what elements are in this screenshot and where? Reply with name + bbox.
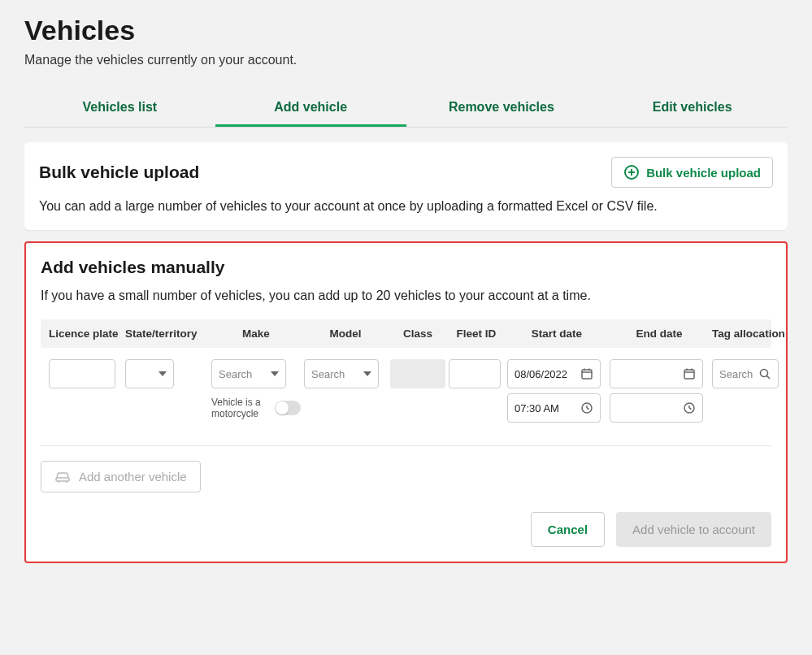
add-another-vehicle-button[interactable]: Add another vehicle	[41, 461, 201, 492]
start-date-input[interactable]: 08/06/2022	[507, 359, 601, 388]
tag-search[interactable]: Search	[712, 359, 779, 388]
calendar-icon	[580, 367, 593, 380]
plus-circle-icon	[623, 164, 640, 180]
chevron-down-icon	[271, 371, 279, 376]
svg-point-21	[66, 481, 67, 483]
class-display	[390, 359, 445, 388]
tab-remove-vehicles[interactable]: Remove vehicles	[406, 90, 597, 127]
page-subtitle: Manage the vehicles currently on your ac…	[24, 53, 788, 67]
car-icon	[54, 471, 71, 484]
state-select[interactable]	[125, 359, 174, 388]
divider	[41, 445, 771, 446]
calendar-icon	[683, 367, 696, 380]
motorcycle-label: Vehicle is a motorcycle	[211, 397, 268, 420]
svg-point-17	[761, 370, 768, 377]
col-model: Model	[304, 328, 387, 340]
svg-line-9	[587, 408, 589, 410]
col-make: Make	[211, 328, 301, 340]
bulk-upload-button[interactable]: Bulk vehicle upload	[611, 157, 773, 188]
search-icon	[758, 367, 771, 380]
bulk-upload-title: Bulk vehicle upload	[39, 163, 199, 182]
svg-rect-19	[56, 478, 69, 481]
table-header: Licence plate State/territory Make Model…	[41, 319, 771, 348]
svg-rect-10	[684, 370, 694, 379]
start-time-input[interactable]: 07:30 AM	[507, 393, 601, 423]
clock-icon	[580, 401, 593, 414]
tabs: Vehicles list Add vehicle Remove vehicle…	[24, 90, 788, 128]
clock-icon	[683, 401, 696, 414]
manual-add-title: Add vehicles manually	[41, 258, 771, 277]
tab-vehicles-list[interactable]: Vehicles list	[24, 90, 215, 127]
col-class: Class	[390, 328, 445, 340]
motorcycle-toggle[interactable]	[275, 401, 301, 415]
col-state: State/territory	[125, 328, 208, 340]
manual-add-card: Add vehicles manually If you have a smal…	[24, 241, 788, 563]
add-vehicle-to-account-button[interactable]: Add vehicle to account	[616, 512, 771, 547]
cancel-button[interactable]: Cancel	[531, 512, 605, 547]
fleet-id-input[interactable]	[449, 359, 501, 388]
svg-rect-3	[582, 370, 592, 379]
col-licence-plate: Licence plate	[49, 328, 122, 340]
chevron-down-icon	[363, 371, 371, 376]
bulk-upload-button-label: Bulk vehicle upload	[646, 166, 761, 180]
end-date-input[interactable]	[610, 359, 703, 388]
make-search[interactable]: Search	[211, 359, 286, 388]
chevron-down-icon	[158, 371, 167, 376]
page-title: Vehicles	[24, 15, 788, 46]
add-another-vehicle-label: Add another vehicle	[79, 470, 187, 484]
manual-add-desc: If you have a small number of vehicles, …	[41, 288, 771, 303]
col-end-date: End date	[610, 328, 709, 340]
svg-line-18	[767, 376, 771, 380]
col-tag: Tag allocation	[712, 328, 785, 340]
svg-line-16	[689, 408, 692, 410]
col-fleet-id: Fleet ID	[449, 328, 504, 340]
bulk-upload-desc: You can add a large number of vehicles t…	[39, 199, 773, 214]
licence-plate-input[interactable]	[49, 359, 115, 388]
col-start-date: Start date	[507, 328, 606, 340]
bulk-upload-card: Bulk vehicle upload Bulk vehicle upload …	[24, 142, 788, 230]
tab-add-vehicle[interactable]: Add vehicle	[215, 90, 406, 127]
table-row: Search Vehicle is a motorcycle Search	[41, 348, 771, 423]
end-time-input[interactable]	[610, 393, 703, 423]
svg-point-20	[58, 481, 59, 483]
model-search[interactable]: Search	[304, 359, 379, 388]
tab-edit-vehicles[interactable]: Edit vehicles	[597, 90, 788, 127]
